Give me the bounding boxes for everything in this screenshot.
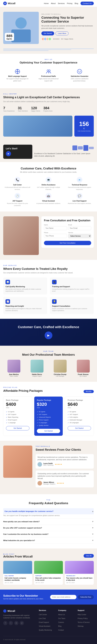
- regular-plan-button[interactable]: Get Started: [37, 429, 60, 433]
- email-input[interactable]: [68, 226, 91, 230]
- footer-link[interactable]: Live Chat: [39, 618, 46, 619]
- service-quality: 📊 Call Quality Monitoring We monitor and…: [3, 278, 47, 294]
- play-button[interactable]: ▶: [6, 151, 11, 156]
- faq-question[interactable]: Can you handle multiple languages for cu…: [3, 508, 94, 514]
- hero-title: Connecting You to Superior Customer Serv…: [41, 16, 94, 23]
- wave-bar: [72, 146, 77, 150]
- wave-line: [3, 48, 94, 49]
- review-card: Outstanding service quality and excellen…: [36, 470, 94, 488]
- footer-link[interactable]: About Us: [58, 614, 65, 616]
- team-member: Haider Berns Support Agent: [26, 360, 48, 377]
- footer-link[interactable]: Blog: [58, 625, 61, 627]
- stat-number: 31: [18, 106, 28, 110]
- get-started-button[interactable]: Get Started: [41, 32, 54, 36]
- svg-point-4: [77, 69, 82, 74]
- faq-question[interactable]: Do you offer 24/7 customer support servi…: [3, 525, 94, 531]
- footer-link[interactable]: Quality Monitoring: [39, 629, 52, 631]
- nav-blog[interactable]: Blog: [75, 2, 78, 4]
- consultation-title: Free Consultation and Free Quotation: [44, 219, 91, 222]
- footer-link[interactable]: Our Team: [58, 618, 65, 619]
- technical-icon: 📧: [77, 177, 82, 183]
- list-item: Our Team: [58, 617, 74, 620]
- name-input[interactable]: [44, 226, 67, 230]
- team-avatar: [8, 360, 20, 372]
- why-us-section: WHY US Optimizing Your Customer Support …: [0, 54, 97, 88]
- feature-item: 10 Agents: [6, 410, 29, 413]
- twitter-icon[interactable]: t: [9, 621, 13, 625]
- article-image: [65, 561, 94, 574]
- 247-icon: 🕐: [15, 193, 20, 199]
- nav-about[interactable]: About: [51, 2, 56, 4]
- footer-link[interactable]: Careers: [58, 622, 64, 623]
- call-image-card: [3, 116, 72, 136]
- youtube-icon[interactable]: yt: [20, 621, 24, 625]
- footer-link[interactable]: Help Center: [78, 614, 86, 616]
- pricing-label: PRICING PLAN: [3, 386, 94, 388]
- service-title: Training and Support: [52, 286, 91, 288]
- footer-link[interactable]: Call Center: [39, 614, 47, 616]
- footer-company-col: Company About Us Our Team Careers Blog C…: [58, 609, 74, 632]
- care-call-center: 📞 Call Center Professional inbound and o…: [3, 177, 32, 190]
- footer-link[interactable]: Contact: [58, 629, 64, 631]
- care-title: Online Assistance: [34, 184, 63, 186]
- newsletter-input[interactable]: [50, 595, 76, 599]
- nav-services[interactable]: Services: [58, 2, 65, 4]
- footer-bottom: © 2024 Wizcall. All rights reserved.: [3, 636, 94, 640]
- list-item: Privacy Policy: [78, 617, 94, 620]
- footer-logo-text: Wizcall: [8, 610, 15, 612]
- stats-row: 7 Years Experience 31 Team Members 120 H…: [3, 106, 94, 112]
- video-play-button[interactable]: ▶: [45, 332, 52, 339]
- plan-features: 50 Agents 24/7 Support Full Analytics De…: [68, 410, 91, 424]
- care-online: 💻 Online Assistance 24/7 online support …: [34, 177, 63, 190]
- video-side: Excellence in Our Handiwork Customer Sat…: [34, 145, 94, 159]
- service-consultation: 💡 Support Consultation Expert consultati…: [50, 297, 94, 314]
- stat-number: 120: [31, 106, 40, 110]
- nav-pricing[interactable]: Pricing: [67, 2, 72, 4]
- faq-item: Can you handle multiple languages for cu…: [3, 508, 94, 518]
- feature-item: Email Support: [6, 419, 29, 422]
- consultation-submit[interactable]: Get Free Consultation: [44, 241, 91, 245]
- feature-item: All Languages: [68, 422, 91, 424]
- staff-icon: [46, 69, 51, 74]
- call-title: Shining a Light on Exceptional Call Cent…: [3, 96, 94, 99]
- phone-input[interactable]: [44, 234, 67, 238]
- feature-item: 3 Languages: [37, 422, 60, 424]
- premium-plan-button[interactable]: Get Started: [68, 426, 91, 430]
- service-select[interactable]: Select Service: [68, 234, 91, 238]
- footer-link[interactable]: Terms of Service: [78, 622, 89, 623]
- linkedin-icon[interactable]: in: [14, 621, 19, 625]
- footer-link[interactable]: Email Support: [39, 622, 49, 623]
- article-date: Jan 12, 2024: [5, 582, 31, 584]
- learn-more-button[interactable]: Learn More: [55, 32, 68, 36]
- view-all-button[interactable]: View All: [83, 554, 94, 558]
- service-reporting: 📈 Reporting and Insight Detailed reports…: [3, 297, 47, 314]
- basic-plan-button[interactable]: Get Started: [6, 426, 29, 430]
- faq-question[interactable]: How quickly can you onboard new clients?…: [3, 518, 94, 525]
- svg-point-2: [47, 70, 49, 71]
- pricing-toggle[interactable]: Monthly: [83, 390, 94, 393]
- facebook-icon[interactable]: f: [3, 621, 8, 625]
- team-role: Support Agent: [26, 375, 48, 377]
- service-title: Call Quality Monitoring: [6, 286, 45, 288]
- stat-years: 7 Years Experience: [3, 106, 15, 112]
- feature-item: Quality Monitor: [37, 424, 60, 427]
- wave-line: [3, 50, 49, 51]
- phone-label: Phone: [44, 232, 67, 234]
- nav-home[interactable]: Home: [44, 2, 49, 4]
- contact-button[interactable]: Contact Us: [80, 2, 94, 5]
- badge-label: Agents: [7, 38, 12, 40]
- faq-question[interactable]: Can I customize the services for my busi…: [3, 531, 94, 537]
- footer-link[interactable]: Privacy Policy: [78, 618, 88, 619]
- svg-point-5: [78, 71, 79, 71]
- newsletter-button[interactable]: Subscribe Now: [78, 595, 94, 599]
- footer: Wizcall Connecting businesses with super…: [0, 604, 97, 644]
- care-desc: AI-powered virtual assistant solutions.: [34, 202, 63, 204]
- footer-link[interactable]: Virtual Assistant: [39, 625, 50, 627]
- team-avatar: [77, 360, 90, 372]
- chevron-down-icon: ▲: [92, 510, 94, 512]
- faq-question[interactable]: What industries do you specialize in? ▼: [3, 537, 94, 544]
- footer-link[interactable]: Sitemap: [78, 625, 83, 627]
- care-livechat: 💬 Live Chat Support Real-time live chat …: [65, 193, 94, 206]
- premium-plan: Premium Package $640 /mon 50 Agents 24/7…: [65, 396, 94, 436]
- article-category: Call Center: [5, 575, 31, 576]
